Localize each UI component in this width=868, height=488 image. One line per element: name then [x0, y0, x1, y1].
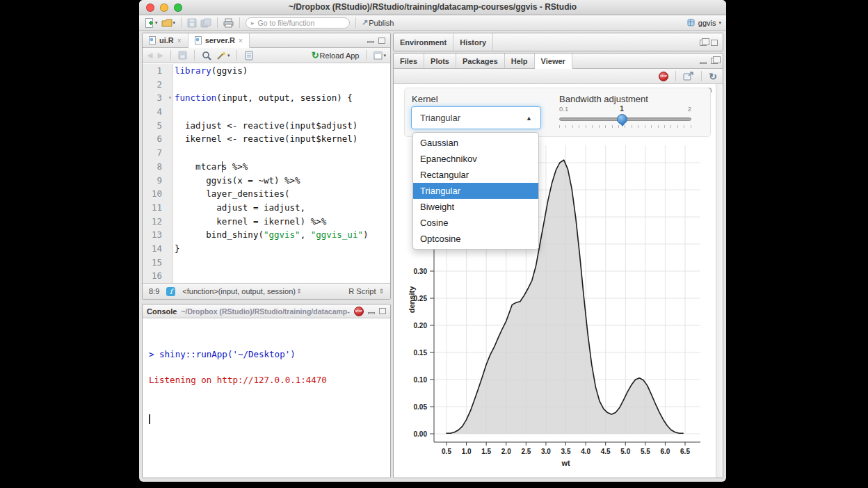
svg-text:wt: wt: [561, 459, 570, 467]
maximize-pane-button[interactable]: [379, 308, 386, 314]
tab-files[interactable]: Files: [394, 54, 424, 68]
svg-text:5.0: 5.0: [620, 448, 630, 455]
chevron-down-icon: ▾: [173, 20, 176, 26]
code-editor[interactable]: 1library(ggvis)23▾function(input, output…: [143, 64, 390, 283]
minimize-window-button[interactable]: [160, 3, 168, 12]
close-icon[interactable]: ×: [239, 37, 243, 44]
console-line: > shiny::runApp('~/Desktop'): [149, 348, 384, 361]
code-tools-button[interactable]: ▾: [216, 51, 230, 60]
kernel-select-value: Triangular: [420, 113, 460, 123]
project-name: ggvis: [698, 19, 716, 27]
tab-history[interactable]: History: [453, 33, 493, 51]
tab-label: History: [460, 38, 486, 47]
source-tabbar: ui.R × server.R ×: [143, 33, 390, 48]
maximize-pane-button[interactable]: [711, 40, 718, 46]
tab-label: Plots: [431, 57, 449, 65]
save-button[interactable]: [178, 51, 187, 60]
dropdown-item-cosine[interactable]: Cosine: [413, 215, 538, 231]
dropdown-item-epanechnikov[interactable]: Epanechnikov: [413, 151, 538, 167]
svg-text:1.5: 1.5: [481, 448, 491, 455]
code-line: 3▾function(input, output, session) {: [143, 91, 390, 105]
tab-viewer[interactable]: Viewer: [535, 54, 572, 69]
toolbar-separator: [217, 17, 218, 28]
reload-app-button[interactable]: ↻ Reload App: [312, 50, 360, 60]
tab-ui-r[interactable]: ui.R ×: [143, 33, 188, 47]
code-line: 5 iadjust <- reactive(input$adjust): [143, 119, 390, 133]
desktop-background: ~/Dropbox (RStudio)/RStudio/training/dat…: [0, 0, 868, 488]
new-file-button[interactable]: ▾: [144, 17, 158, 29]
print-button[interactable]: [223, 18, 234, 28]
minimize-pane-button[interactable]: [367, 41, 374, 43]
dropdown-item-triangular[interactable]: Triangular: [413, 183, 538, 199]
reload-app-label: Reload App: [320, 51, 360, 60]
slider-handle[interactable]: [617, 114, 627, 124]
kernel-select[interactable]: Triangular ▲: [411, 106, 541, 129]
viewer-scrollbar[interactable]: [716, 84, 723, 478]
tab-packages[interactable]: Packages: [456, 54, 505, 68]
notebook-icon: [244, 51, 253, 60]
tab-label: server.R: [205, 36, 235, 44]
tab-label: Files: [400, 57, 417, 65]
publish-label: Publish: [369, 19, 394, 27]
dropdown-item-gaussian[interactable]: Gaussian: [413, 135, 538, 151]
close-icon[interactable]: ×: [177, 37, 182, 44]
svg-text:0.15: 0.15: [414, 349, 428, 357]
doc-type-label: R Script: [348, 287, 376, 295]
dropdown-item-optcosine[interactable]: Optcosine: [413, 231, 538, 247]
scope-selector[interactable]: <function>(input, output, session) ⇕: [182, 287, 301, 295]
minimize-pane-button[interactable]: [700, 62, 707, 64]
slider-min-label: 0.1: [559, 105, 568, 113]
tab-plots[interactable]: Plots: [424, 54, 456, 68]
stop-icon[interactable]: STOP: [354, 307, 364, 316]
console-line: [149, 361, 384, 375]
maximize-pane-button[interactable]: [378, 38, 385, 44]
source-pane: ui.R × server.R × ◀ ▶: [142, 33, 391, 300]
tab-environment[interactable]: Environment: [394, 33, 453, 51]
code-line: 1library(ggvis): [143, 64, 390, 78]
code-line: 11 adjust = iadjust,: [143, 201, 390, 215]
doc-type-selector[interactable]: R Script ⇕: [348, 287, 384, 295]
publish-icon: ↗: [362, 18, 368, 27]
forward-icon[interactable]: ▶: [157, 51, 163, 60]
slider-max-label: 2: [688, 105, 691, 113]
restore-pane-button[interactable]: [711, 58, 718, 64]
close-window-button[interactable]: [146, 3, 154, 12]
r-file-icon: [195, 36, 202, 44]
dropdown-item-rectangular[interactable]: Rectangular: [413, 167, 538, 183]
fold-arrow-icon[interactable]: ▾: [168, 91, 172, 105]
dropdown-item-biweight[interactable]: Biweight: [413, 199, 538, 215]
slider-track[interactable]: [559, 117, 691, 121]
title-bar[interactable]: ~/Dropbox (RStudio)/RStudio/training/dat…: [139, 0, 726, 15]
bandwidth-slider[interactable]: 0.1 1 2: [559, 105, 691, 128]
svg-text:density: density: [408, 286, 416, 313]
project-menu-button[interactable]: ggvis ▾: [686, 18, 721, 27]
back-icon[interactable]: ◀: [147, 51, 152, 60]
svg-text:3.5: 3.5: [561, 448, 571, 455]
open-in-new-window-button[interactable]: [683, 70, 694, 83]
viewer-content: ⚙ Kernel Triangular ▲ Bandwidth adjustme…: [394, 84, 723, 478]
console-output[interactable]: > shiny::runApp('~/Desktop') Listening o…: [143, 318, 390, 478]
compile-notebook-button[interactable]: [244, 51, 253, 60]
slider-ticks: [559, 125, 691, 128]
chevron-down-icon: ▾: [155, 20, 158, 26]
stop-app-button[interactable]: STOP: [659, 72, 668, 81]
tab-help[interactable]: Help: [505, 54, 535, 68]
restore-pane-button[interactable]: [700, 40, 707, 46]
find-button[interactable]: [202, 51, 211, 60]
save-button[interactable]: [187, 18, 197, 28]
zoom-window-button[interactable]: [174, 3, 182, 12]
tab-server-r[interactable]: server.R ×: [188, 33, 250, 48]
console-title: Console: [147, 307, 177, 316]
minimize-pane-button[interactable]: [368, 312, 375, 314]
source-menu-button[interactable]: ▾: [373, 51, 386, 60]
goto-file-input[interactable]: ▸ Go to file/function: [246, 17, 350, 29]
publish-button[interactable]: ↗ Publish: [362, 18, 394, 27]
scope-label: <function>(input, output, session): [182, 287, 296, 295]
refresh-icon[interactable]: ↻: [709, 71, 717, 82]
code-line: 6 ikernel <- reactive(input$kernel): [143, 132, 390, 146]
svg-text:6.5: 6.5: [680, 448, 690, 455]
svg-text:1.0: 1.0: [462, 448, 472, 455]
open-file-button[interactable]: ▾: [161, 18, 176, 28]
save-all-button[interactable]: [200, 18, 211, 28]
code-line: 13 bind_shiny("ggvis", "ggvis_ui"): [143, 228, 390, 242]
